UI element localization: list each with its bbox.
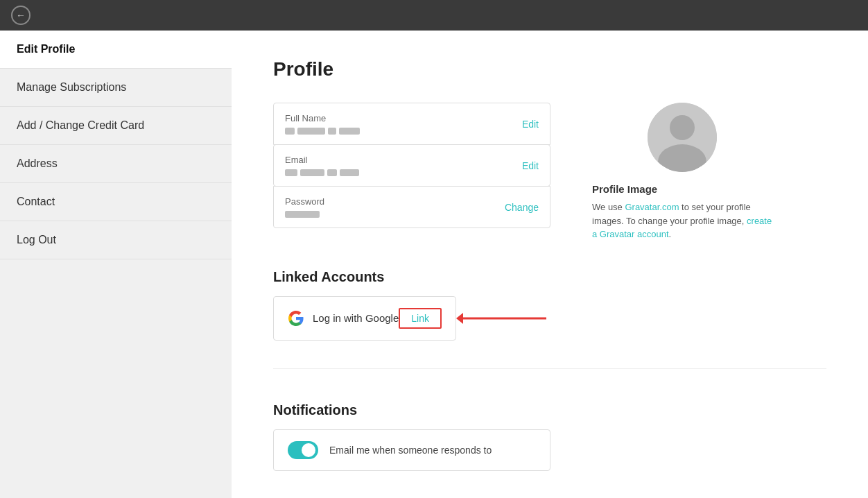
- google-icon: [288, 310, 304, 327]
- content-area: Profile Full Name: [232, 31, 868, 498]
- notification-card: Email me when someone responds to: [273, 429, 550, 471]
- profile-section: Full Name Edit: [273, 103, 826, 241]
- linked-accounts-title: Linked Accounts: [273, 269, 826, 285]
- notifications-section: Notifications Email me when someone resp…: [273, 368, 826, 471]
- profile-fields: Full Name Edit: [273, 103, 550, 241]
- google-login-label: Log in with Google: [313, 312, 399, 324]
- change-password-button[interactable]: Change: [505, 202, 539, 213]
- sidebar-item-log-out[interactable]: Log Out: [0, 221, 232, 259]
- password-card: Password Change: [273, 186, 550, 228]
- notification-label: Email me when someone responds to: [329, 445, 492, 456]
- redacted-block: [327, 169, 337, 176]
- redacted-block: [339, 128, 360, 135]
- email-value: [285, 169, 514, 176]
- edit-email-button[interactable]: Edit: [522, 160, 539, 171]
- gravatar-link[interactable]: Gravatar.com: [625, 202, 679, 212]
- full-name-label: Full Name: [285, 113, 514, 123]
- sidebar-item-contact[interactable]: Contact: [0, 183, 232, 221]
- sidebar-item-edit-profile[interactable]: Edit Profile: [0, 31, 232, 69]
- redacted-block: [300, 169, 324, 176]
- link-google-button[interactable]: Link: [399, 308, 442, 329]
- back-icon: ←: [16, 10, 26, 21]
- page-title: Profile: [273, 58, 826, 80]
- password-label: Password: [285, 196, 496, 207]
- profile-image-section: Profile Image We use Gravatar.com to set…: [592, 103, 772, 241]
- google-linked-account-card: Log in with Google Link: [273, 296, 456, 341]
- email-card: Email Edit: [273, 144, 550, 187]
- redacted-block: [340, 169, 359, 176]
- red-arrow: [456, 304, 553, 332]
- password-value: [285, 211, 496, 218]
- sidebar: Edit Profile Manage Subscriptions Add / …: [0, 31, 232, 498]
- sidebar-item-manage-subscriptions[interactable]: Manage Subscriptions: [0, 69, 232, 107]
- notifications-title: Notifications: [273, 402, 826, 418]
- profile-image-info: Profile Image We use Gravatar.com to set…: [592, 183, 772, 241]
- svg-marker-1: [456, 313, 463, 324]
- redacted-block: [297, 128, 325, 135]
- redacted-block: [285, 128, 295, 135]
- edit-full-name-button[interactable]: Edit: [522, 119, 539, 130]
- email-label: Email: [285, 155, 514, 165]
- redacted-block: [328, 128, 336, 135]
- main-layout: Edit Profile Manage Subscriptions Add / …: [0, 31, 868, 498]
- avatar: [648, 103, 717, 172]
- redacted-block: [285, 169, 297, 176]
- sidebar-item-add-credit-card[interactable]: Add / Change Credit Card: [0, 107, 232, 145]
- google-brand: Log in with Google: [288, 310, 399, 327]
- back-button[interactable]: ←: [11, 6, 31, 25]
- notification-toggle[interactable]: [288, 441, 318, 459]
- profile-image-description: We use Gravatar.com to set your profile …: [592, 200, 772, 241]
- topbar: ←: [0, 0, 868, 31]
- redacted-block: [285, 211, 320, 218]
- full-name-value: [285, 128, 514, 135]
- sidebar-item-address[interactable]: Address: [0, 145, 232, 183]
- profile-image-label: Profile Image: [592, 183, 772, 195]
- full-name-card: Full Name Edit: [273, 103, 550, 145]
- linked-accounts-card-wrapper: Log in with Google Link: [273, 296, 456, 341]
